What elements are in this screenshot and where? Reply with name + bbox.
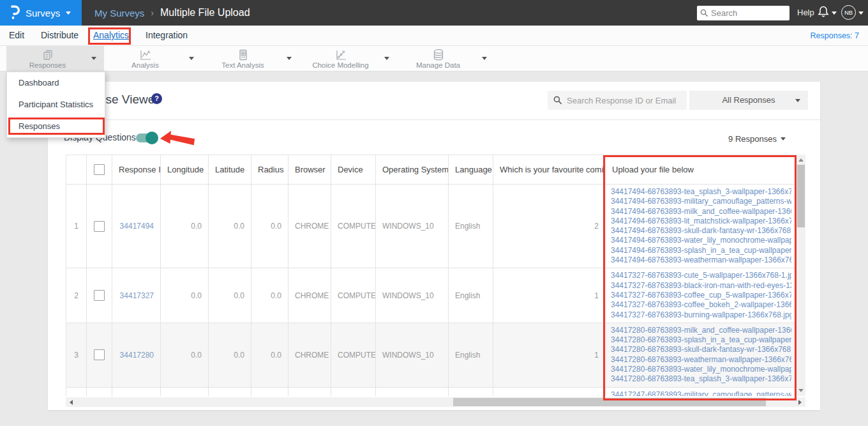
- tab-distribute[interactable]: Distribute: [41, 30, 79, 40]
- col-device[interactable]: Device: [331, 155, 376, 185]
- choice-modelling-dropdown-caret-icon[interactable]: [384, 57, 389, 60]
- uploaded-file-link[interactable]: 34417494-68763893-skull-dark-fantasy-wr-…: [611, 226, 791, 236]
- uploaded-file-link[interactable]: 34417494-68763893-milk_and_coffee-wallpa…: [611, 207, 791, 217]
- row-number: 1: [66, 185, 87, 268]
- responses-dropdown-caret-icon[interactable]: [91, 57, 96, 60]
- uploaded-file-link[interactable]: 34417327-68763893-burning-wallpaper-1366…: [611, 310, 791, 320]
- toolbar-label-text-analysis: Text Analysis: [202, 61, 284, 69]
- select-all-checkbox[interactable]: [94, 164, 105, 175]
- avatar-initials: NB: [844, 9, 853, 16]
- row-number: 2: [66, 268, 87, 323]
- row-checkbox[interactable]: [94, 221, 105, 232]
- uploaded-file-link[interactable]: 34417247-68763893-military_camouflage_pa…: [611, 390, 791, 396]
- analysis-dropdown-caret-icon[interactable]: [189, 57, 194, 60]
- response-filter-dropdown[interactable]: All Responses: [689, 91, 808, 110]
- text-analysis-icon: [236, 48, 250, 62]
- uploaded-file-link[interactable]: 34417494-68763893-water_lily_monochrome-…: [611, 236, 791, 245]
- horizontal-scrollbar[interactable]: [66, 397, 805, 407]
- uploaded-file-link[interactable]: 34417327-68763893-coffee_bokeh_2-wallpap…: [611, 300, 791, 310]
- uploaded-files-cell: 34417494-68763893-tea_splash_3-wallpaper…: [606, 185, 797, 268]
- latitude-cell: 0.0: [209, 185, 251, 268]
- uploaded-file-link[interactable]: 34417494-68763893-splash_in_a_tea_cup-wa…: [611, 246, 791, 255]
- latitude-cell: 0.0: [209, 268, 251, 323]
- response-id-link[interactable]: 34417494: [112, 185, 161, 268]
- tab-analytics[interactable]: Analytics: [93, 30, 129, 40]
- toolbar-item-manage-data[interactable]: Manage Data: [397, 46, 495, 72]
- latitude-cell: 0.0: [209, 323, 251, 387]
- toolbar-label-choice-modelling: Choice Modelling: [299, 61, 382, 69]
- uploaded-files-cell: 34417280-68763893-milk_and_coffee-wallpa…: [606, 323, 797, 387]
- browser-cell: CHROME: [288, 185, 331, 268]
- responses-table: Response ID Longitude Latitude Radius Br…: [66, 155, 797, 396]
- toolbar-label-responses: Responses: [6, 61, 89, 69]
- longitude-cell: 0.0: [161, 185, 209, 268]
- col-browser[interactable]: Browser: [288, 155, 331, 185]
- uploaded-file-link[interactable]: 34417280-68763893-weatherman-wallpaper-1…: [611, 355, 791, 365]
- avatar[interactable]: NB: [841, 5, 856, 20]
- row-checkbox[interactable]: [94, 290, 105, 301]
- notifications-caret-icon[interactable]: [832, 11, 837, 15]
- col-longitude[interactable]: Longitude: [161, 155, 209, 185]
- col-language[interactable]: Language: [449, 155, 493, 185]
- uploaded-file-link[interactable]: 34417327-68763893-black-iron-man-with-re…: [611, 281, 791, 291]
- col-latitude[interactable]: Latitude: [209, 155, 251, 185]
- tab-edit[interactable]: Edit: [9, 30, 24, 40]
- uploaded-file-link[interactable]: 34417280-68763893-water_lily_monochrome-…: [611, 365, 791, 374]
- text-analysis-dropdown-caret-icon[interactable]: [287, 57, 292, 60]
- divider: [48, 119, 820, 120]
- tab-integration[interactable]: Integration: [146, 30, 188, 40]
- product-switcher[interactable]: Surveys: [0, 0, 82, 26]
- response-search: [548, 91, 687, 110]
- row-select-cell: [87, 387, 112, 396]
- scroll-down-arrow-icon[interactable]: [798, 389, 804, 392]
- uploaded-file-link[interactable]: 34417280-68763893-tea_splash_3-wallpaper…: [611, 374, 791, 384]
- uploaded-file-link[interactable]: 34417494-68763893-lit_matchstick-wallpap…: [611, 217, 791, 226]
- top-header: Surveys My Surveys › Multiple File Uploa…: [0, 0, 868, 26]
- manage-data-dropdown-caret-icon[interactable]: [482, 57, 487, 60]
- col-operating-system[interactable]: Operating System: [376, 155, 449, 185]
- vertical-scroll-thumb[interactable]: [797, 165, 805, 227]
- uploaded-file-link[interactable]: 34417327-68763893-coffee_cup_5-wallpaper…: [611, 291, 791, 300]
- row-checkbox[interactable]: [94, 349, 105, 360]
- responses-summary-label: 9 Responses: [728, 134, 777, 144]
- toolbar-item-analysis[interactable]: Analysis: [104, 46, 202, 72]
- uploaded-file-link[interactable]: 34417494-68763893-military_camouflage_pa…: [611, 197, 791, 206]
- display-questions-toggle[interactable]: [136, 133, 157, 142]
- scroll-up-arrow-icon[interactable]: [798, 158, 804, 162]
- response-id-link[interactable]: 34417280: [112, 323, 161, 387]
- col-upload-file[interactable]: Upload your file below: [606, 155, 797, 185]
- menu-item-participant-statistics[interactable]: Participant Statistics: [7, 94, 105, 116]
- global-search-input[interactable]: [711, 6, 786, 20]
- toolbar-item-responses[interactable]: Responses: [6, 46, 104, 72]
- scroll-right-arrow-icon[interactable]: [798, 400, 802, 405]
- col-comics-question[interactable]: Which is your favourite comics?: [493, 155, 606, 185]
- col-radius[interactable]: Radius: [251, 155, 288, 185]
- summary-caret-icon: [781, 137, 786, 141]
- help-link[interactable]: Help: [797, 8, 814, 17]
- menu-item-dashboard[interactable]: Dashboard: [7, 72, 105, 94]
- response-search-input[interactable]: [567, 91, 683, 110]
- horizontal-scroll-thumb[interactable]: [453, 398, 766, 406]
- toolbar-item-text-analysis[interactable]: Text Analysis: [202, 46, 299, 72]
- uploaded-file-link[interactable]: 34417280-68763893-milk_and_coffee-wallpa…: [611, 326, 791, 335]
- uploaded-file-link[interactable]: 34417280-68763893-skull-dark-fantasy-wr-…: [611, 345, 791, 354]
- toolbar-item-choice-modelling[interactable]: Choice Modelling: [299, 46, 397, 72]
- breadcrumb: My Surveys › Multiple File Upload: [94, 0, 250, 26]
- analysis-icon: [138, 48, 153, 62]
- menu-item-responses[interactable]: Responses: [7, 116, 105, 137]
- uploaded-file-link[interactable]: 34417494-68763893-weatherman-wallpaper-1…: [611, 255, 791, 265]
- account-caret-icon[interactable]: [858, 11, 864, 15]
- breadcrumb-my-surveys[interactable]: My Surveys: [94, 8, 144, 19]
- notifications-bell-icon[interactable]: [818, 5, 829, 18]
- search-icon: [553, 96, 562, 105]
- col-response-id[interactable]: Response ID: [112, 155, 161, 185]
- scroll-left-arrow-icon[interactable]: [70, 400, 73, 405]
- help-question-icon[interactable]: ?: [151, 93, 162, 104]
- responses-summary-dropdown[interactable]: 9 Responses: [728, 134, 786, 144]
- uploaded-file-link[interactable]: 34417494-68763893-tea_splash_3-wallpaper…: [611, 187, 791, 197]
- uploaded-file-link[interactable]: 34417280-68763893-splash_in_a_tea_cup-wa…: [611, 335, 791, 345]
- response-id-link[interactable]: 34417327: [112, 268, 161, 323]
- toggle-knob: [146, 132, 158, 144]
- uploaded-file-link[interactable]: 34417327-68763893-cute_5-wallpaper-1366x…: [611, 271, 791, 280]
- vertical-scrollbar[interactable]: [797, 155, 805, 396]
